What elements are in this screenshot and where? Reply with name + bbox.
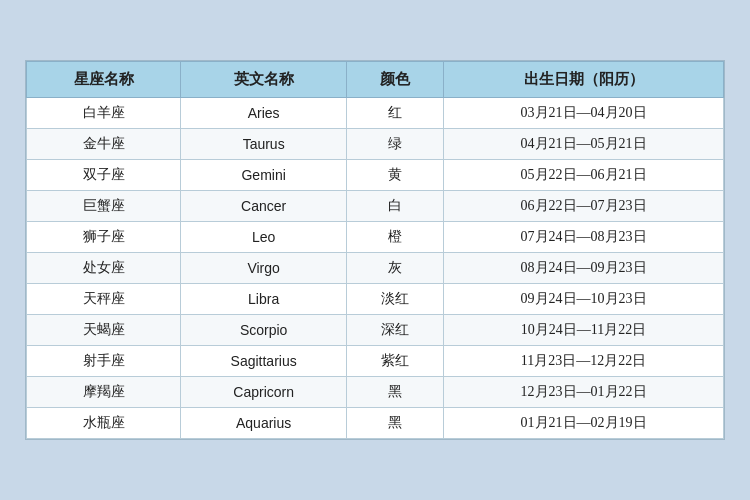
table-row: 摩羯座Capricorn黑12月23日—01月22日	[27, 377, 724, 408]
header-birthdate: 出生日期（阳历）	[444, 62, 724, 98]
cell-english-name: Virgo	[181, 253, 347, 284]
cell-chinese-name: 金牛座	[27, 129, 181, 160]
cell-chinese-name: 白羊座	[27, 98, 181, 129]
table-row: 双子座Gemini黄05月22日—06月21日	[27, 160, 724, 191]
cell-color: 灰	[347, 253, 444, 284]
cell-color: 白	[347, 191, 444, 222]
cell-color: 深红	[347, 315, 444, 346]
table-header-row: 星座名称 英文名称 颜色 出生日期（阳历）	[27, 62, 724, 98]
table-row: 天秤座Libra淡红09月24日—10月23日	[27, 284, 724, 315]
cell-dates: 01月21日—02月19日	[444, 408, 724, 439]
table-body: 白羊座Aries红03月21日—04月20日金牛座Taurus绿04月21日—0…	[27, 98, 724, 439]
header-chinese-name: 星座名称	[27, 62, 181, 98]
cell-color: 绿	[347, 129, 444, 160]
cell-english-name: Cancer	[181, 191, 347, 222]
cell-color: 红	[347, 98, 444, 129]
cell-english-name: Aquarius	[181, 408, 347, 439]
cell-chinese-name: 水瓶座	[27, 408, 181, 439]
cell-color: 黑	[347, 377, 444, 408]
cell-dates: 05月22日—06月21日	[444, 160, 724, 191]
cell-dates: 03月21日—04月20日	[444, 98, 724, 129]
cell-color: 淡红	[347, 284, 444, 315]
cell-dates: 08月24日—09月23日	[444, 253, 724, 284]
cell-english-name: Libra	[181, 284, 347, 315]
cell-dates: 10月24日—11月22日	[444, 315, 724, 346]
cell-dates: 12月23日—01月22日	[444, 377, 724, 408]
cell-english-name: Leo	[181, 222, 347, 253]
header-color: 颜色	[347, 62, 444, 98]
table-row: 白羊座Aries红03月21日—04月20日	[27, 98, 724, 129]
cell-chinese-name: 巨蟹座	[27, 191, 181, 222]
header-english-name: 英文名称	[181, 62, 347, 98]
cell-color: 橙	[347, 222, 444, 253]
cell-chinese-name: 处女座	[27, 253, 181, 284]
cell-dates: 11月23日—12月22日	[444, 346, 724, 377]
cell-chinese-name: 双子座	[27, 160, 181, 191]
cell-dates: 07月24日—08月23日	[444, 222, 724, 253]
cell-dates: 06月22日—07月23日	[444, 191, 724, 222]
table-row: 金牛座Taurus绿04月21日—05月21日	[27, 129, 724, 160]
cell-color: 黑	[347, 408, 444, 439]
cell-color: 黄	[347, 160, 444, 191]
cell-english-name: Aries	[181, 98, 347, 129]
cell-english-name: Capricorn	[181, 377, 347, 408]
cell-english-name: Sagittarius	[181, 346, 347, 377]
cell-english-name: Scorpio	[181, 315, 347, 346]
table-row: 狮子座Leo橙07月24日—08月23日	[27, 222, 724, 253]
cell-chinese-name: 狮子座	[27, 222, 181, 253]
cell-chinese-name: 摩羯座	[27, 377, 181, 408]
table-row: 处女座Virgo灰08月24日—09月23日	[27, 253, 724, 284]
table-row: 水瓶座Aquarius黑01月21日—02月19日	[27, 408, 724, 439]
table-row: 巨蟹座Cancer白06月22日—07月23日	[27, 191, 724, 222]
cell-english-name: Taurus	[181, 129, 347, 160]
cell-chinese-name: 天蝎座	[27, 315, 181, 346]
cell-chinese-name: 射手座	[27, 346, 181, 377]
zodiac-table: 星座名称 英文名称 颜色 出生日期（阳历） 白羊座Aries红03月21日—04…	[26, 61, 724, 439]
cell-color: 紫红	[347, 346, 444, 377]
cell-english-name: Gemini	[181, 160, 347, 191]
cell-dates: 04月21日—05月21日	[444, 129, 724, 160]
zodiac-table-container: 星座名称 英文名称 颜色 出生日期（阳历） 白羊座Aries红03月21日—04…	[25, 60, 725, 440]
cell-dates: 09月24日—10月23日	[444, 284, 724, 315]
cell-chinese-name: 天秤座	[27, 284, 181, 315]
table-row: 射手座Sagittarius紫红11月23日—12月22日	[27, 346, 724, 377]
table-row: 天蝎座Scorpio深红10月24日—11月22日	[27, 315, 724, 346]
